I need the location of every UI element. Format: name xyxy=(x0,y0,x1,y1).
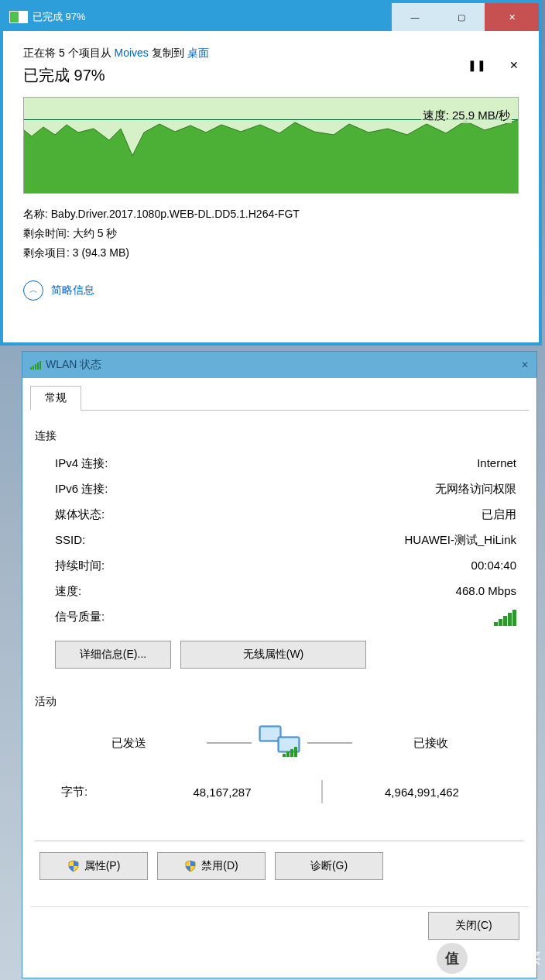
received-label: 已接收 xyxy=(355,736,506,751)
copy-body: 正在将 5 个项目从 Moives 复制到 桌面 已完成 97% ❚❚ ✕ 速度… xyxy=(3,31,539,342)
details-button-row: 详细信息(E)... 无线属性(W) xyxy=(35,641,524,669)
network-activity-icon xyxy=(255,723,304,763)
activity-section: 活动 已发送 已接收 xyxy=(35,695,524,803)
maximize-button[interactable]: ▢ xyxy=(438,3,485,31)
activity-row: 已发送 已接收 xyxy=(35,723,524,763)
close-dialog-button[interactable]: 关闭(C) xyxy=(428,912,519,940)
wlan-close-button[interactable]: ✕ xyxy=(521,359,529,371)
details-button[interactable]: 详细信息(E)... xyxy=(55,641,171,669)
progress-title: 已完成 97% xyxy=(23,65,105,86)
tab-strip: 常规 xyxy=(30,386,529,411)
diagnose-button[interactable]: 诊断(G) xyxy=(275,852,383,880)
connection-properties: IPv4 连接:Internet IPv6 连接:无网络访问权限 媒体状态:已启… xyxy=(35,451,524,631)
copy-title-icon xyxy=(9,11,28,23)
activity-section-label: 活动 xyxy=(35,695,524,709)
titlebar-buttons: — ▢ ✕ xyxy=(392,3,539,31)
svg-rect-2 xyxy=(35,364,36,370)
ipv6-row: IPv6 连接:无网络访问权限 xyxy=(55,476,516,502)
wlan-status-dialog: WLAN 状态 ✕ 常规 连接 IPv4 连接:Internet IPv6 连接… xyxy=(22,351,537,978)
media-state-row: 媒体状态:已启用 xyxy=(55,502,516,528)
copy-details: 名称: Baby.Driver.2017.1080p.WEB-DL.DD5.1.… xyxy=(23,205,519,263)
file-copy-dialog: 已完成 97% — ▢ ✕ 正在将 5 个项目从 Moives 复制到 桌面 已… xyxy=(0,0,542,346)
wlan-title-text: WLAN 状态 xyxy=(46,358,101,372)
toggle-details-button[interactable]: ︿ xyxy=(23,280,43,301)
wlan-body: 常规 连接 IPv4 连接:Internet IPv6 连接:无网络访问权限 媒… xyxy=(22,378,536,957)
connection-section-label: 连接 xyxy=(35,429,524,443)
bottom-button-row: 属性(P) 禁用(D) 诊断(G) xyxy=(35,852,524,880)
bytes-label: 字节: xyxy=(61,785,146,799)
properties-button[interactable]: 属性(P) xyxy=(39,852,148,880)
copy-controls: ❚❚ ✕ xyxy=(447,59,519,72)
svg-rect-3 xyxy=(37,363,39,370)
copy-title-text: 已完成 97% xyxy=(33,10,392,24)
toggle-details-label[interactable]: 简略信息 xyxy=(51,284,94,297)
signal-quality-row: 信号质量: xyxy=(55,604,516,631)
shield-icon xyxy=(67,860,80,872)
ssid-row: SSID:HUAWEI-测试_HiLink xyxy=(55,528,516,553)
tab-general[interactable]: 常规 xyxy=(30,386,81,411)
wifi-icon xyxy=(30,360,41,370)
svg-rect-1 xyxy=(33,366,34,370)
copy-titlebar[interactable]: 已完成 97% — ▢ ✕ xyxy=(3,3,539,31)
horizontal-divider xyxy=(35,841,524,841)
chevron-up-icon: ︿ xyxy=(29,284,38,296)
speed-row: 速度:468.0 Mbps xyxy=(55,579,516,604)
svg-rect-4 xyxy=(39,361,41,370)
tab-content: 连接 IPv4 连接:Internet IPv6 连接:无网络访问权限 媒体状态… xyxy=(30,411,529,888)
divider-line xyxy=(307,742,352,744)
svg-rect-0 xyxy=(30,367,32,370)
sent-label: 已发送 xyxy=(53,736,204,751)
watermark-icon: 值 xyxy=(437,943,468,974)
watermark: 值 什么值得买 xyxy=(437,943,540,974)
svg-rect-10 xyxy=(286,751,290,757)
bytes-sent-value: 48,167,287 xyxy=(146,786,298,799)
signal-bars-icon xyxy=(493,610,516,626)
svg-rect-9 xyxy=(283,754,286,757)
svg-rect-12 xyxy=(294,747,297,757)
shield-icon xyxy=(184,860,197,872)
cancel-button[interactable]: ✕ xyxy=(509,60,519,71)
minimize-button[interactable]: — xyxy=(392,3,438,31)
close-button[interactable]: ✕ xyxy=(485,3,539,31)
remaining-time-row: 剩余时间: 大约 5 秒 xyxy=(23,224,519,243)
copy-description: 正在将 5 个项目从 Moives 复制到 桌面 xyxy=(23,46,519,60)
ipv4-row: IPv4 连接:Internet xyxy=(55,451,516,476)
dest-link[interactable]: 桌面 xyxy=(187,46,209,59)
bytes-received-value: 4,964,991,462 xyxy=(346,786,498,799)
source-link[interactable]: Moives xyxy=(114,46,148,59)
speed-graph: 速度: 25.9 MB/秒 xyxy=(23,97,519,194)
svg-rect-6 xyxy=(261,727,279,740)
wireless-properties-button[interactable]: 无线属性(W) xyxy=(180,641,366,669)
speed-label: 速度: 25.9 MB/秒 xyxy=(421,108,512,123)
pause-button[interactable]: ❚❚ xyxy=(468,60,486,71)
bytes-row: 字节: 48,167,287 4,964,991,462 xyxy=(35,780,524,803)
watermark-text: 什么值得买 xyxy=(471,949,540,968)
wlan-titlebar[interactable]: WLAN 状态 ✕ xyxy=(22,352,536,378)
file-name-row: 名称: Baby.Driver.2017.1080p.WEB-DL.DD5.1.… xyxy=(23,205,519,224)
copy-footer: ︿ 简略信息 xyxy=(23,280,519,301)
svg-rect-11 xyxy=(290,749,293,757)
remaining-items-row: 剩余项目: 3 (94.3 MB) xyxy=(23,243,519,263)
duration-row: 持续时间:00:04:40 xyxy=(55,553,516,579)
divider-line xyxy=(207,742,252,744)
bytes-separator xyxy=(321,780,323,803)
disable-button[interactable]: 禁用(D) xyxy=(157,852,266,880)
